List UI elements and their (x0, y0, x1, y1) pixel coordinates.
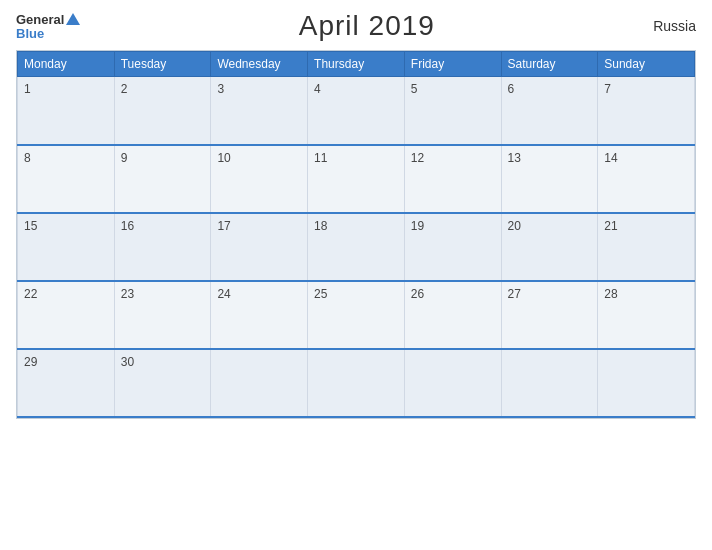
day-number: 15 (24, 219, 37, 233)
day-number: 11 (314, 151, 327, 165)
day-number: 18 (314, 219, 327, 233)
logo-blue-text: Blue (16, 27, 44, 40)
day-number: 8 (24, 151, 31, 165)
calendar-day-cell: 11 (308, 145, 405, 213)
calendar-day-cell: 27 (501, 281, 598, 349)
day-number: 22 (24, 287, 37, 301)
calendar-day-cell: 9 (114, 145, 211, 213)
calendar-title: April 2019 (299, 10, 435, 42)
day-number: 7 (604, 82, 611, 96)
calendar-body: 1234567891011121314151617181920212223242… (18, 77, 695, 417)
calendar-day-cell: 8 (18, 145, 115, 213)
day-number: 16 (121, 219, 134, 233)
calendar-header: Monday Tuesday Wednesday Thursday Friday… (18, 52, 695, 77)
calendar-day-cell: 20 (501, 213, 598, 281)
day-number: 12 (411, 151, 424, 165)
calendar-table: Monday Tuesday Wednesday Thursday Friday… (17, 51, 695, 418)
calendar-day-cell (598, 349, 695, 417)
logo-general-text: General (16, 13, 64, 26)
calendar-day-cell: 1 (18, 77, 115, 145)
calendar-day-cell: 15 (18, 213, 115, 281)
day-number: 2 (121, 82, 128, 96)
calendar-day-cell: 30 (114, 349, 211, 417)
logo: General Blue (16, 13, 80, 40)
day-number: 24 (217, 287, 230, 301)
calendar-day-cell: 17 (211, 213, 308, 281)
calendar-container: Monday Tuesday Wednesday Thursday Friday… (16, 50, 696, 419)
day-number: 29 (24, 355, 37, 369)
weekday-monday: Monday (18, 52, 115, 77)
day-number: 25 (314, 287, 327, 301)
day-number: 9 (121, 151, 128, 165)
calendar-day-cell: 26 (404, 281, 501, 349)
day-number: 4 (314, 82, 321, 96)
calendar-week-row: 22232425262728 (18, 281, 695, 349)
weekday-thursday: Thursday (308, 52, 405, 77)
day-number: 30 (121, 355, 134, 369)
day-number: 13 (508, 151, 521, 165)
calendar-day-cell: 29 (18, 349, 115, 417)
day-number: 26 (411, 287, 424, 301)
day-number: 28 (604, 287, 617, 301)
calendar-day-cell (501, 349, 598, 417)
calendar-day-cell: 13 (501, 145, 598, 213)
calendar-day-cell: 14 (598, 145, 695, 213)
day-number: 17 (217, 219, 230, 233)
day-number: 21 (604, 219, 617, 233)
calendar-week-row: 891011121314 (18, 145, 695, 213)
calendar-day-cell: 21 (598, 213, 695, 281)
weekday-tuesday: Tuesday (114, 52, 211, 77)
day-number: 10 (217, 151, 230, 165)
calendar-day-cell (211, 349, 308, 417)
day-number: 5 (411, 82, 418, 96)
day-number: 14 (604, 151, 617, 165)
calendar-day-cell: 24 (211, 281, 308, 349)
day-number: 6 (508, 82, 515, 96)
calendar-week-row: 1234567 (18, 77, 695, 145)
day-number: 27 (508, 287, 521, 301)
calendar-day-cell: 4 (308, 77, 405, 145)
calendar-day-cell: 7 (598, 77, 695, 145)
weekday-saturday: Saturday (501, 52, 598, 77)
calendar-day-cell: 22 (18, 281, 115, 349)
day-number: 19 (411, 219, 424, 233)
header: General Blue April 2019 Russia (16, 10, 696, 42)
day-number: 23 (121, 287, 134, 301)
calendar-day-cell: 12 (404, 145, 501, 213)
calendar-day-cell: 18 (308, 213, 405, 281)
weekday-wednesday: Wednesday (211, 52, 308, 77)
calendar-day-cell: 2 (114, 77, 211, 145)
calendar-day-cell: 10 (211, 145, 308, 213)
calendar-day-cell: 25 (308, 281, 405, 349)
day-number: 1 (24, 82, 31, 96)
calendar-day-cell: 5 (404, 77, 501, 145)
day-number: 20 (508, 219, 521, 233)
logo-triangle-icon (66, 13, 80, 25)
calendar-week-row: 2930 (18, 349, 695, 417)
calendar-day-cell (308, 349, 405, 417)
country-label: Russia (653, 18, 696, 34)
weekday-friday: Friday (404, 52, 501, 77)
calendar-day-cell: 23 (114, 281, 211, 349)
weekday-sunday: Sunday (598, 52, 695, 77)
calendar-week-row: 15161718192021 (18, 213, 695, 281)
day-number: 3 (217, 82, 224, 96)
calendar-day-cell (404, 349, 501, 417)
calendar-day-cell: 28 (598, 281, 695, 349)
calendar-day-cell: 19 (404, 213, 501, 281)
page: General Blue April 2019 Russia Monday Tu… (0, 0, 712, 550)
calendar-day-cell: 6 (501, 77, 598, 145)
calendar-day-cell: 16 (114, 213, 211, 281)
weekday-row: Monday Tuesday Wednesday Thursday Friday… (18, 52, 695, 77)
calendar-day-cell: 3 (211, 77, 308, 145)
